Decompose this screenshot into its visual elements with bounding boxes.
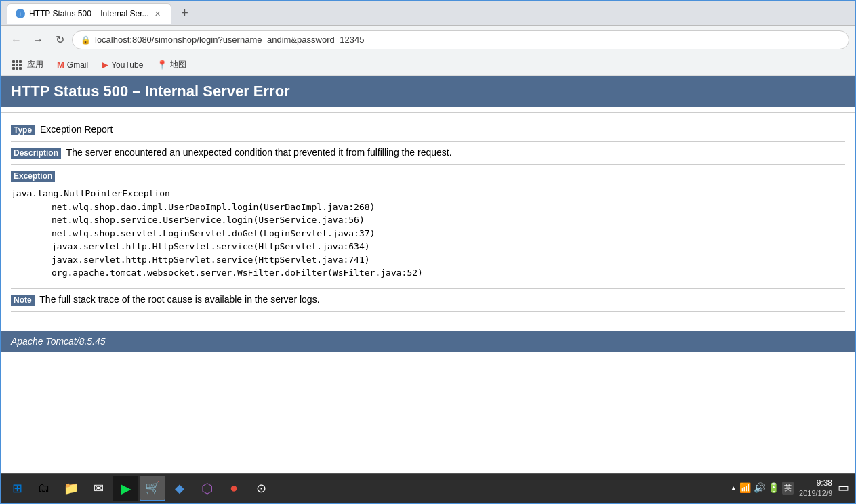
tray-lang: 英: [782, 482, 794, 495]
bookmark-maps-label: 地图: [170, 59, 186, 70]
error-title: HTTP Status 500 – Internal Server Error: [11, 83, 845, 100]
browser-window: i HTTP Status 500 – Internal Ser... ✕ + …: [0, 0, 856, 504]
url-text: localhost:8080/simonshop/login?username=…: [95, 35, 364, 45]
clock-time: 9:38: [799, 478, 832, 489]
error-body: Type Exception Report Description The se…: [1, 119, 855, 322]
taskbar-right: ▲ 📶 🔊 🔋 英 9:38 2019/12/9 ▭: [730, 478, 849, 499]
error-header: HTTP Status 500 – Internal Server Error: [1, 76, 855, 107]
apps-grid-icon: [12, 60, 22, 70]
stack-line-4: net.wlq.shop.servlet.LoginServlet.doGet(…: [11, 227, 845, 240]
stack-line-6: javax.servlet.http.HttpServlet.service(H…: [11, 253, 845, 267]
bookmark-maps[interactable]: 📍 地图: [151, 56, 192, 73]
footer-text: Apache Tomcat/8.5.45: [11, 336, 106, 347]
page-content: HTTP Status 500 – Internal Server Error …: [1, 76, 855, 473]
system-tray: ▲ 📶 🔊 🔋 英: [730, 482, 794, 495]
type-divider: [11, 141, 845, 142]
bookmark-gmail-label: Gmail: [67, 60, 88, 70]
description-value: The server encountered an unexpected con…: [66, 147, 452, 158]
taskbar-folder[interactable]: 📁: [58, 476, 84, 501]
taskbar-shop[interactable]: 🛒: [140, 476, 165, 501]
stack-line-1: java.lang.NullPointerException: [11, 188, 170, 198]
browser-tab[interactable]: i HTTP Status 500 – Internal Ser... ✕: [7, 3, 171, 24]
taskbar-chrome[interactable]: ⊙: [248, 476, 274, 501]
bookmarks-bar: 应用 M Gmail ▶ YouTube 📍 地图: [1, 54, 855, 76]
time-block: 9:38 2019/12/9: [799, 478, 832, 499]
gmail-icon: M: [57, 60, 64, 70]
footer-bar: Apache Tomcat/8.5.45: [1, 331, 855, 352]
notification-area[interactable]: ▭: [838, 480, 849, 495]
forward-button[interactable]: →: [28, 30, 47, 49]
bookmark-apps-label: 应用: [27, 59, 43, 70]
reload-button[interactable]: ↻: [50, 30, 69, 49]
bookmark-gmail[interactable]: M Gmail: [52, 57, 94, 72]
taskbar: ⊞ 🗂 📁 ✉ ▶ 🛒 ◆ ⬡ ● ⊙ ▲ 📶 🔊 🔋 英 9:38 2019/…: [1, 473, 855, 503]
address-bar[interactable]: 🔒 localhost:8080/simonshop/login?usernam…: [72, 30, 849, 49]
exception-badge: Exception: [11, 171, 55, 182]
tray-sound: 🔊: [754, 482, 765, 493]
tray-battery: 🔋: [768, 482, 779, 493]
taskbar-blue-app[interactable]: ◆: [167, 476, 192, 501]
nav-bar: ← → ↻ 🔒 localhost:8080/simonshop/login?u…: [1, 26, 855, 54]
bookmark-apps[interactable]: 应用: [7, 56, 49, 73]
note-line: Note The full stack trace of the root ca…: [11, 294, 845, 306]
stack-line-5: javax.servlet.http.HttpServlet.service(H…: [11, 240, 845, 253]
note-value: The full stack trace of the root cause i…: [39, 294, 319, 305]
type-line: Type Exception Report: [11, 124, 845, 135]
lock-icon: 🔒: [81, 35, 91, 45]
taskbar-mail[interactable]: ✉: [85, 476, 111, 501]
stack-line-7: org.apache.tomcat.websocket.server.WsFil…: [11, 266, 845, 280]
tray-arrow: ▲: [730, 484, 737, 492]
taskbar-start[interactable]: ⊞: [4, 476, 30, 501]
taskbar-media[interactable]: ▶: [113, 476, 138, 501]
type-value: Exception Report: [40, 124, 113, 135]
header-divider: [1, 112, 855, 113]
stack-divider: [11, 288, 845, 289]
exception-line: Exception: [11, 170, 845, 182]
stack-trace: java.lang.NullPointerException net.wlq.s…: [11, 187, 845, 280]
stack-line-2: net.wlq.shop.dao.impl.UserDaoImpl.login(…: [11, 201, 845, 214]
taskbar-file-explorer[interactable]: 🗂: [31, 476, 57, 501]
bookmark-youtube[interactable]: ▶ YouTube: [96, 57, 148, 72]
stack-line-3: net.wlq.shop.service.UserService.login(U…: [11, 213, 845, 227]
title-bar: i HTTP Status 500 – Internal Ser... ✕ +: [1, 1, 855, 26]
note-badge: Note: [11, 295, 35, 306]
description-line: Description The server encountered an un…: [11, 147, 845, 159]
desc-divider: [11, 164, 845, 165]
note-divider: [11, 311, 845, 312]
youtube-icon: ▶: [102, 60, 108, 70]
type-badge: Type: [11, 125, 35, 135]
tab-favicon: i: [16, 9, 25, 18]
bookmark-youtube-label: YouTube: [111, 60, 143, 70]
tab-title: HTTP Status 500 – Internal Ser...: [29, 9, 149, 18]
tray-network: 📶: [739, 482, 751, 493]
back-button[interactable]: ←: [7, 30, 26, 49]
maps-icon: 📍: [157, 60, 167, 70]
taskbar-ide[interactable]: ⬡: [194, 476, 220, 501]
new-tab-button[interactable]: +: [177, 5, 193, 22]
taskbar-red-app[interactable]: ●: [221, 476, 247, 501]
description-badge: Description: [11, 148, 61, 159]
tab-close-button[interactable]: ✕: [153, 9, 163, 18]
clock-date: 2019/12/9: [799, 488, 832, 498]
